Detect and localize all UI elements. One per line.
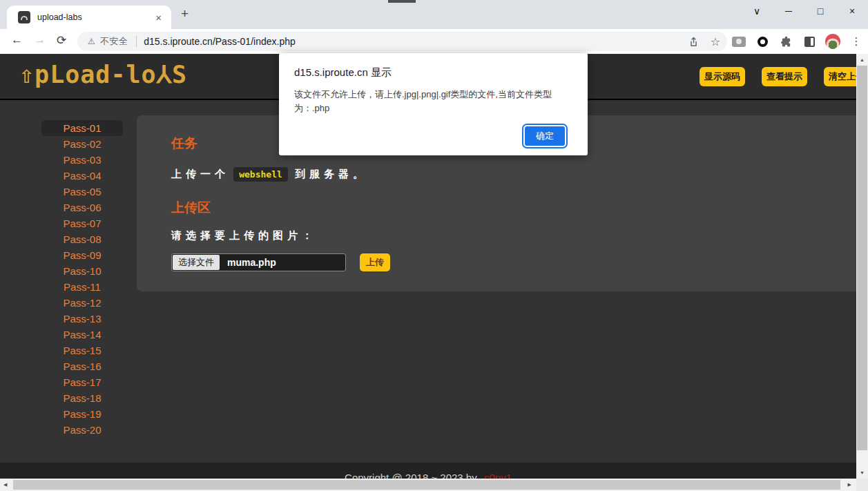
sidebar-item-pass-11[interactable]: Pass-11 [41, 279, 123, 295]
sidebar-item-pass-17[interactable]: Pass-17 [41, 374, 123, 390]
sidebar-item-pass-04[interactable]: Pass-04 [41, 168, 123, 184]
header-buttons: 显示源码 查看提示 清空上传文件 [700, 67, 868, 86]
dialog-message: 该文件不允许上传，请上传.jpg|.png|.gif类型的文件,当前文件类型为：… [294, 88, 575, 115]
sidebar-item-pass-01[interactable]: Pass-01 [41, 120, 123, 136]
sidebar-item-pass-13[interactable]: Pass-13 [41, 311, 123, 327]
sidebar-item-pass-05[interactable]: Pass-05 [41, 184, 123, 200]
vertical-scrollbar[interactable]: ▲ ▼ [856, 54, 868, 479]
sidebar-item-pass-19[interactable]: Pass-19 [41, 406, 123, 422]
bookmark-star-icon[interactable]: ☆ [711, 35, 720, 48]
side-panel-extension-icon[interactable] [802, 34, 817, 49]
sidebar-item-pass-03[interactable]: Pass-03 [41, 152, 123, 168]
sidebar-item-pass-08[interactable]: Pass-08 [41, 231, 123, 247]
scroll-left-icon[interactable]: ◀ [3, 482, 7, 488]
scroll-right-icon[interactable]: ▶ [848, 482, 851, 488]
sidebar-item-pass-20[interactable]: Pass-20 [41, 422, 123, 438]
tab-title: upload-labs [37, 12, 155, 22]
minimize-button[interactable]: ─ [773, 6, 804, 17]
horizontal-scrollbar-thumb[interactable] [13, 480, 840, 490]
window-controls: ∨ ─ □ × [741, 0, 868, 22]
puzzle-extensions-icon[interactable] [778, 34, 793, 49]
url-text[interactable]: d15.s.iproute.cn/Pass-01/index.php [144, 36, 687, 47]
selected-file-name: muma.php [227, 257, 276, 268]
back-button[interactable]: ← [11, 33, 23, 47]
window-close-button[interactable]: × [836, 6, 868, 17]
webshell-code-chip: webshell [233, 167, 288, 182]
browser-tab[interactable]: upload-labs × [7, 6, 171, 29]
upload-prompt: 请选择要上传的图片： [171, 229, 868, 242]
task-text-before: 上传一个 [171, 168, 229, 180]
tab-search-chevron-icon[interactable]: ∨ [741, 6, 773, 17]
pass-nav: Pass-01Pass-02Pass-03Pass-04Pass-05Pass-… [41, 120, 123, 438]
dialog-title: d15.s.iproute.cn 显示 [294, 66, 572, 79]
upload-row: 选择文件 muma.php 上传 [171, 253, 868, 271]
upload-button[interactable]: 上传 [360, 253, 390, 271]
omnibox-separator [136, 36, 137, 47]
sidebar-item-pass-15[interactable]: Pass-15 [41, 343, 123, 358]
new-tab-button[interactable]: + [181, 6, 189, 21]
tab-strip: upload-labs × + ∨ ─ □ × [0, 0, 868, 29]
sidebar-item-pass-16[interactable]: Pass-16 [41, 358, 123, 374]
horizontal-scrollbar[interactable]: ◀ ▶ [0, 479, 856, 491]
sidebar-item-pass-07[interactable]: Pass-07 [41, 215, 123, 231]
task-text-after: 到服务器。 [295, 168, 367, 180]
sidebar-item-pass-06[interactable]: Pass-06 [41, 200, 123, 215]
upload-labs-favicon-icon [18, 11, 30, 23]
view-hint-button[interactable]: 查看提示 [762, 67, 807, 86]
tab-close-icon[interactable]: × [155, 12, 162, 23]
file-input[interactable]: 选择文件 muma.php [171, 253, 346, 271]
upload-labs-logo: ⇧pLoad-lo⅄S [19, 61, 187, 88]
upload-area-heading: 上传区 [171, 199, 868, 217]
dialog-actions: 确定 [294, 125, 572, 147]
sidebar-item-pass-14[interactable]: Pass-14 [41, 327, 123, 343]
share-icon[interactable] [688, 36, 700, 48]
camera-extension-icon[interactable] [731, 34, 746, 49]
sidebar-item-pass-18[interactable]: Pass-18 [41, 390, 123, 406]
show-source-button[interactable]: 显示源码 [700, 67, 745, 86]
confirm-button[interactable]: 确定 [523, 125, 566, 147]
extension-area: ⋮ [731, 32, 864, 51]
choose-file-button[interactable]: 选择文件 [173, 255, 220, 270]
sidebar-item-pass-09[interactable]: Pass-09 [41, 247, 123, 263]
sidebar-item-pass-10[interactable]: Pass-10 [41, 263, 123, 279]
browser-menu-icon[interactable]: ⋮ [849, 34, 864, 49]
vertical-scrollbar-thumb[interactable] [857, 66, 867, 450]
profile-avatar[interactable] [825, 34, 840, 49]
omnibox-actions: ☆ [688, 35, 720, 48]
refresh-button[interactable]: ⟳ [57, 33, 66, 48]
address-bar[interactable]: ⚠ 不安全 d15.s.iproute.cn/Pass-01/index.php… [77, 32, 727, 51]
scroll-down-icon[interactable]: ▼ [856, 470, 868, 475]
scroll-up-icon[interactable]: ▲ [856, 57, 868, 62]
scrollbar-corner [856, 479, 868, 491]
favicon-arc [21, 16, 28, 20]
browser-window: upload-labs × + ∨ ─ □ × ← → ⟳ ⚠ 不安全 d15.… [0, 0, 868, 491]
js-alert-dialog: d15.s.iproute.cn 显示 该文件不允许上传，请上传.jpg|.pn… [279, 53, 588, 155]
screen-artifact [388, 0, 416, 3]
sidebar-item-pass-02[interactable]: Pass-02 [41, 136, 123, 152]
sidebar-item-pass-12[interactable]: Pass-12 [41, 295, 123, 311]
not-secure-warning-icon: ⚠ [88, 37, 95, 46]
task-description: 上传一个 webshell 到服务器。 [171, 168, 868, 181]
forward-button[interactable]: → [34, 33, 46, 47]
ring-extension-icon[interactable] [755, 34, 770, 49]
maximize-button[interactable]: □ [804, 6, 836, 17]
security-label: 不安全 [100, 35, 128, 48]
